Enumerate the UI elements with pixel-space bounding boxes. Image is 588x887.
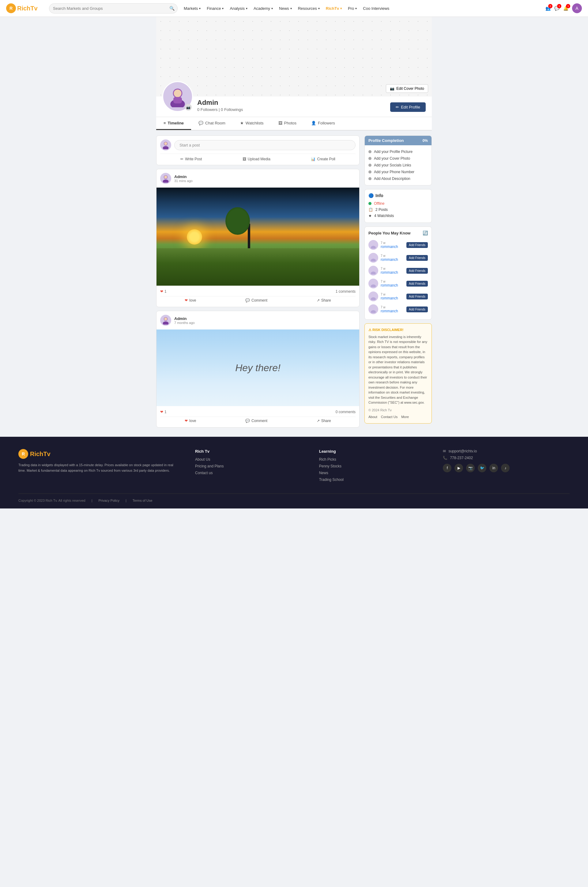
tab-watchlists[interactable]: ★ Watchlists [233,117,271,130]
completion-item-3: Add your Phone Number [368,168,428,175]
about-link[interactable]: About [368,414,377,419]
svg-point-13 [372,242,375,246]
share-label-1: Share [321,298,331,302]
add-friends-button-0[interactable]: Add Friends [406,242,428,248]
youtube-icon[interactable]: ▶ [454,464,463,472]
nav-coo[interactable]: Coo Interviews [363,6,389,11]
feed-post-1: Admin 31 mins ago [156,169,360,307]
nav-analysis[interactable]: Analysis ▾ [230,6,247,11]
write-post-button[interactable]: ✏ Write Post [180,157,202,161]
completion-text-4: Add About Description [374,177,410,181]
tab-chatroom[interactable]: 💬 Chat Room [191,117,233,130]
people-avatar-0 [368,240,378,250]
react-count-2: ❤ 1 [160,410,166,414]
write-post-label: Write Post [185,157,202,161]
edit-cover-button[interactable]: 📷 Edit Cover Photo [386,84,428,93]
add-friends-button-1[interactable]: Add Friends [406,255,428,261]
instagram-icon[interactable]: 📷 [466,464,475,472]
nav-markets[interactable]: Markets ▾ [184,6,201,11]
completion-title: Profile Completion [368,138,404,143]
terms-of-use-link[interactable]: Terms of Use [133,499,153,502]
share-button-2[interactable]: ↗ Share [316,419,331,423]
people-info-0: 7 w rommanch [381,241,404,249]
nav-academy[interactable]: Academy ▾ [254,6,273,11]
people-item-0: 7 w rommanch Add Friends [368,239,428,251]
people-name-0[interactable]: rommanch [381,245,404,249]
people-time-5: 7 w [381,305,404,309]
completion-dot-1 [368,157,372,160]
heart-icon-2: ❤ [160,410,163,414]
users-icon-badge[interactable]: 👥 2 [545,6,550,11]
people-title: People You May Know [368,231,410,235]
nav-news[interactable]: News ▾ [279,6,292,11]
privacy-policy-link[interactable]: Privacy Policy [98,499,119,502]
add-friends-button-5[interactable]: Add Friends [406,307,428,312]
notif-icon-badge[interactable]: 🔔 1 [563,6,568,11]
love-button-2[interactable]: ❤ love [184,419,196,423]
logo-text: RichTv [17,5,38,12]
start-post-input[interactable]: Start a post [174,140,356,150]
footer-rich-picks[interactable]: Rich Picks [319,457,425,462]
chat-icon-badge[interactable]: 💬 1 [554,6,560,11]
tab-photos[interactable]: 🖼 Photos [271,117,304,130]
logo[interactable]: R RichTv [6,3,43,13]
footer-copyright: Copyright © 2023 Rich Tv. All rights res… [18,499,86,502]
refresh-icon[interactable]: 🔄 [423,230,428,235]
people-name-5[interactable]: rommanch [381,309,404,313]
footer-email: ✉ support@richtv.io [443,449,570,453]
user-avatar[interactable]: A [572,3,582,13]
people-name-1[interactable]: rommanch [381,257,404,262]
footer-about-us[interactable]: About Us [195,457,301,462]
svg-point-14 [371,246,376,248]
share-icon-2: ↗ [316,419,320,423]
create-poll-button[interactable]: 📊 Create Poll [311,157,335,161]
footer-pricing[interactable]: Pricing and Plans [195,464,301,468]
tab-followers[interactable]: 👤 Followers [304,117,342,130]
linkedin-icon[interactable]: in [489,464,498,472]
post-box: Start a post ✏ Write Post 🖼 Upload Media… [156,135,360,165]
nav-pro[interactable]: Pro ▾ [348,6,357,11]
edit-profile-button[interactable]: ✏ Edit Profile [390,102,426,112]
people-name-3[interactable]: rommanch [381,283,404,287]
footer-contact[interactable]: Contact us [195,471,301,475]
comment-button-1[interactable]: 💬 Comment [245,298,267,302]
completion-dot-2 [368,164,372,167]
twitter-icon[interactable]: 🐦 [478,464,486,472]
posts-count: 2 Posts [375,207,388,212]
facebook-icon[interactable]: f [443,464,452,472]
search-icon[interactable]: 🔍 [170,6,175,11]
users-badge: 2 [548,4,552,8]
love-button-1[interactable]: ❤ love [184,298,196,302]
comment-label-2: Comment [251,419,267,423]
search-bar: 🔍 [49,3,178,14]
more-link[interactable]: More [401,414,409,419]
people-name-4[interactable]: rommanch [381,296,404,301]
people-name-2[interactable]: rommanch [381,270,404,275]
nav-finance[interactable]: Finance ▾ [207,6,224,11]
feed-user-info-2: Admin 7 months ago [174,316,195,325]
upload-media-button[interactable]: 🖼 Upload Media [243,157,270,161]
nav-richtv[interactable]: RichTv ▾ [326,6,342,11]
search-input[interactable] [49,3,178,14]
info-watchlists: ★ 4 Watchlists [368,213,428,219]
contact-us-link[interactable]: Contact Us [381,414,398,419]
tab-timeline[interactable]: ≡ Timeline [156,117,191,130]
status-text: Offline [374,201,384,206]
tiktok-icon[interactable]: ♪ [501,464,510,472]
footer-news[interactable]: News [319,471,425,475]
add-friends-button-2[interactable]: Add Friends [406,268,428,274]
comment-button-2[interactable]: 💬 Comment [245,419,267,423]
footer-trading-school[interactable]: Trading School [319,478,425,482]
completion-dot-0 [368,150,372,153]
svg-point-22 [371,297,376,300]
start-post-placeholder: Start a post [180,143,200,147]
share-button-1[interactable]: ↗ Share [316,298,331,302]
comments-count-2: 0 comments [336,410,356,414]
add-friends-button-3[interactable]: Add Friends [406,281,428,287]
chat-badge: 1 [557,4,561,8]
add-friends-button-4[interactable]: Add Friends [406,294,428,299]
tab-photos-label: Photos [284,121,297,125]
nav-resources[interactable]: Resources ▾ [298,6,320,11]
footer-penny-stocks[interactable]: Penny Stocks [319,464,425,468]
camera-icon[interactable]: 📷 [185,104,192,111]
